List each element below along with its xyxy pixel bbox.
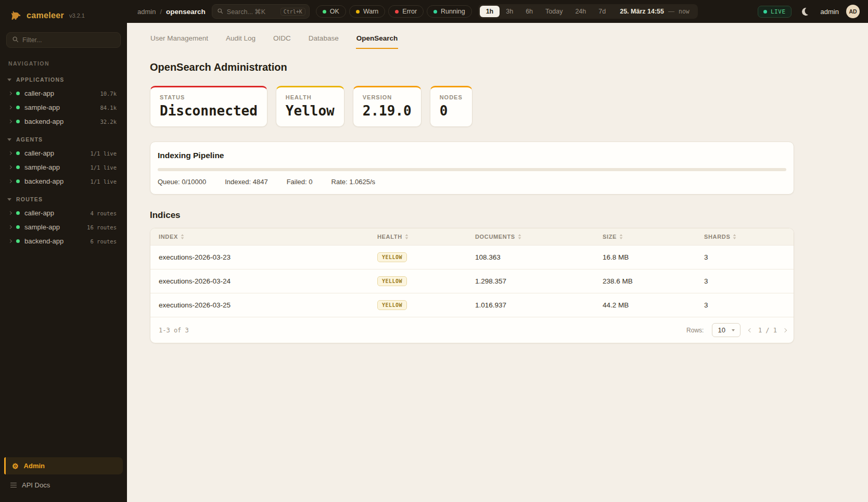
time-range-today[interactable]: Today [539, 6, 569, 17]
rows-per-page-select[interactable]: 10 [712, 323, 740, 337]
live-label: LIVE [771, 8, 786, 15]
sidebar-item-backend-app[interactable]: backend-app 1/1 live [0, 174, 127, 188]
page-indicator: 1 / 1 [758, 327, 777, 334]
sidebar-item-label: caller-app [24, 89, 95, 97]
datetime-range[interactable]: 25. März 14:55 — now [620, 8, 690, 15]
column-header-health[interactable]: HEALTH [369, 228, 467, 245]
time-range-6h[interactable]: 6h [519, 6, 539, 17]
sidebar-item-sample-app[interactable]: sample-app 16 routes [0, 220, 127, 234]
column-header-documents[interactable]: DOCUMENTS [467, 228, 594, 245]
table-footer-controls: Rows: 10 1 / 1 [686, 323, 786, 337]
breadcrumb: admin / opensearch [137, 8, 206, 16]
chevron-right-icon [8, 239, 12, 243]
sidebar-item-label: sample-app [24, 223, 82, 231]
previous-page-button[interactable] [748, 328, 752, 332]
column-header-index[interactable]: INDEX [150, 228, 369, 245]
next-page-button[interactable] [783, 328, 787, 332]
stat-value: 2.19.0 [363, 103, 412, 119]
pipeline-progress-bar [158, 168, 786, 171]
sidebar: cameleer v3.2.1 NAVIGATION APPLICATIONS … [0, 0, 127, 502]
status-filter-running[interactable]: Running [427, 5, 472, 18]
stat-label: VERSION [363, 94, 412, 100]
stat-cards: STATUS Disconnected HEALTH Yellow VERSIO… [150, 86, 794, 127]
search-shortcut-badge: Ctrl+K [280, 8, 305, 16]
datetime-value: 25. März 14:55 [620, 8, 664, 15]
sidebar-filter-input[interactable] [22, 36, 115, 44]
health-badge: YELLOW [377, 300, 407, 310]
column-header-shards[interactable]: SHARDS [696, 228, 794, 245]
sidebar-item-api-docs[interactable]: API Docs [4, 477, 123, 494]
live-dot [763, 10, 767, 14]
time-range-1h[interactable]: 1h [480, 6, 500, 17]
sidebar-item-backend-app[interactable]: backend-app 32.2k [0, 114, 127, 128]
section-header-applications[interactable]: APPLICATIONS [0, 75, 127, 86]
time-range-24h[interactable]: 24h [569, 6, 592, 17]
pipeline-rate: Rate: 1.0625/s [331, 178, 376, 186]
section-header-agents[interactable]: AGENTS [0, 135, 127, 146]
table-footer: 1-3 of 3 Rows: 10 1 / 1 [150, 317, 794, 343]
sidebar-item-caller-app[interactable]: caller-app 1/1 live [0, 146, 127, 160]
status-dot [16, 179, 20, 183]
sidebar-item-badge: 1/1 live [90, 150, 117, 157]
datetime-end: now [679, 8, 690, 15]
status-dot [16, 151, 20, 155]
chevron-right-icon [8, 92, 12, 95]
tab-opensearch[interactable]: OpenSearch [356, 30, 399, 49]
tab-oidc[interactable]: OIDC [273, 30, 291, 49]
pipeline-indexed: Indexed: 4847 [225, 178, 267, 186]
chevron-down-icon [732, 329, 735, 331]
chevron-right-icon [8, 179, 12, 183]
status-filter-warn[interactable]: Warn [349, 5, 385, 18]
sort-icon [733, 234, 736, 239]
pipeline-failed: Failed: 0 [287, 178, 313, 186]
stat-label: NODES [440, 94, 463, 100]
sidebar-item-caller-app[interactable]: caller-app 10.7k [0, 86, 127, 100]
sidebar-item-caller-app[interactable]: caller-app 4 routes [0, 206, 127, 220]
sidebar-item-badge: 1/1 live [90, 178, 117, 185]
cell-index: executions-2026-03-23 [150, 247, 369, 268]
search-icon [12, 35, 19, 45]
nav-section-label: NAVIGATION [0, 55, 127, 69]
breadcrumb-separator: / [160, 8, 162, 16]
status-dot [433, 10, 437, 14]
rows-per-page-value: 10 [718, 326, 725, 334]
sidebar-item-admin[interactable]: ⚙ Admin [4, 457, 123, 474]
chevron-right-icon [8, 151, 12, 155]
time-range-7d[interactable]: 7d [592, 6, 612, 17]
sidebar-item-backend-app[interactable]: backend-app 6 routes [0, 234, 127, 248]
stat-card-status: STATUS Disconnected [150, 86, 267, 127]
status-filter-label: OK [330, 8, 339, 15]
stat-label: HEALTH [286, 94, 335, 100]
sidebar-item-sample-app[interactable]: sample-app 84.1k [0, 100, 127, 114]
section-label: ROUTES [16, 196, 43, 202]
tab-user-management[interactable]: User Management [150, 30, 209, 49]
status-filter-error[interactable]: Error [388, 5, 424, 18]
status-filter-label: Running [441, 8, 465, 15]
theme-toggle-button[interactable] [799, 4, 813, 19]
sidebar-item-label: caller-app [24, 209, 85, 217]
table-row[interactable]: executions-2026-03-24 YELLOW 1.298.357 2… [150, 269, 794, 293]
table-row[interactable]: executions-2026-03-25 YELLOW 1.016.937 4… [150, 293, 794, 317]
sidebar-item-sample-app[interactable]: sample-app 1/1 live [0, 160, 127, 174]
global-search[interactable]: Search... ⌘K Ctrl+K [212, 4, 310, 19]
time-range-3h[interactable]: 3h [500, 6, 519, 17]
sidebar-item-badge: 32.2k [100, 119, 117, 125]
section-header-routes[interactable]: ROUTES [0, 195, 127, 206]
tab-database[interactable]: Database [308, 30, 339, 49]
sidebar-filter[interactable] [6, 32, 121, 48]
column-header-size[interactable]: SIZE [594, 228, 696, 245]
section-label: AGENTS [16, 136, 43, 143]
search-placeholder: Search... ⌘K [227, 8, 277, 16]
table-row[interactable]: executions-2026-03-23 YELLOW 108.363 16.… [150, 245, 794, 269]
status-filter-ok[interactable]: OK [316, 5, 346, 18]
sidebar-item-label: caller-app [24, 149, 85, 157]
breadcrumb-parent[interactable]: admin [137, 8, 156, 16]
live-toggle[interactable]: LIVE [758, 6, 792, 18]
tab-audit-log[interactable]: Audit Log [225, 30, 256, 49]
cell-documents: 1.016.937 [467, 294, 594, 316]
cell-shards: 3 [696, 294, 794, 316]
avatar[interactable]: AD [846, 5, 860, 18]
sidebar-item-badge: 84.1k [100, 105, 117, 111]
app-logo[interactable]: cameleer v3.2.1 [0, 0, 127, 30]
cell-documents: 108.363 [467, 247, 594, 268]
